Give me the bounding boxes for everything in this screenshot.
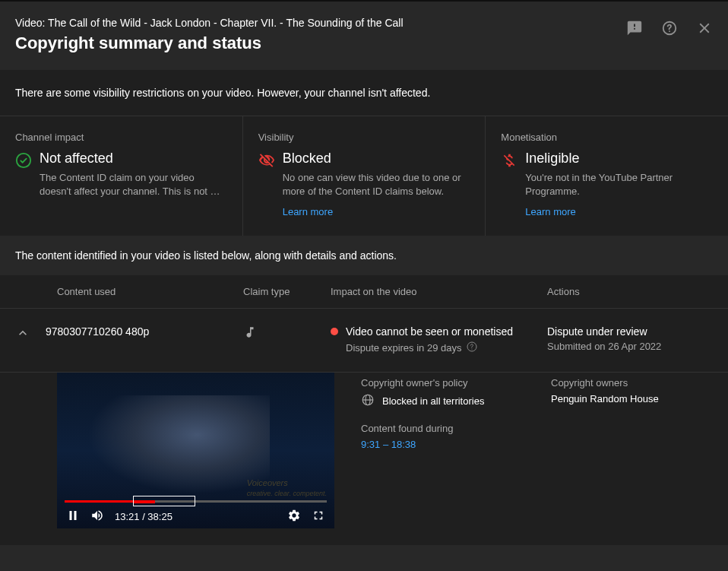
player-time: 13:21 / 38:25 (115, 511, 173, 522)
impact-subtitle: Dispute expires in 29 days (346, 342, 461, 354)
chevron-up-icon (15, 325, 30, 341)
video-progress-bar[interactable] (65, 500, 327, 503)
th-impact: Impact on the video (331, 286, 547, 297)
feedback-icon[interactable] (626, 20, 643, 39)
breadcrumb: Video: The Call of the Wild - Jack Londo… (15, 17, 404, 29)
claims-intro: The content identified in your video is … (0, 236, 728, 275)
status-panels: Channel impact Not affected The Content … (0, 116, 728, 236)
panel-status: Ineligible (525, 151, 707, 167)
collapse-toggle[interactable] (0, 325, 46, 341)
visibility-panel: Visibility Blocked No one can view this … (243, 116, 486, 236)
ineligible-dollar-icon (501, 152, 518, 169)
volume-icon[interactable] (90, 509, 104, 525)
progress-played (65, 500, 133, 503)
svg-point-1 (669, 30, 670, 32)
footer-spacer (0, 545, 728, 571)
claims-table-header: Content used Claim type Impact on the vi… (0, 275, 728, 309)
panel-status: Not affected (40, 151, 222, 167)
panel-desc: No one can view this video due to one or… (283, 171, 465, 198)
info-icon[interactable] (466, 341, 478, 355)
content-timestamp-link[interactable]: 9:31 – 18:38 (361, 439, 551, 450)
help-icon[interactable] (661, 20, 678, 39)
video-thumbnail-art (87, 395, 270, 494)
learn-more-link[interactable]: Learn more (283, 206, 333, 217)
detail-left-column: Copyright owner's policy Blocked in all … (334, 373, 551, 528)
learn-more-link[interactable]: Learn more (525, 206, 575, 217)
page-title: Copyright summary and status (15, 33, 404, 53)
th-actions: Actions (547, 286, 728, 297)
panel-desc: The Content ID claim on your video doesn… (40, 171, 222, 198)
svg-point-4 (472, 349, 473, 350)
fullscreen-icon[interactable] (312, 509, 325, 525)
header-text: Video: The Call of the Wild - Jack Londo… (15, 17, 404, 53)
panel-status: Blocked (283, 151, 465, 167)
close-icon[interactable] (696, 20, 713, 39)
claim-row: 9780307710260 480p Video cannot be seen … (0, 309, 728, 373)
settings-gear-icon[interactable] (287, 509, 301, 525)
th-content: Content used (0, 286, 243, 297)
pause-icon[interactable] (66, 509, 80, 525)
dialog-header: Video: The Call of the Wild - Jack Londo… (0, 2, 728, 70)
channel-impact-panel: Channel impact Not affected The Content … (0, 116, 243, 236)
status-dot-icon (331, 328, 338, 335)
claim-type-cell (243, 325, 331, 341)
policy-label: Copyright owner's policy (361, 377, 551, 389)
player-controls: 13:21 / 38:25 (57, 504, 334, 528)
content-title: 9780307710260 480p (46, 325, 243, 338)
detail-right-column: Copyright owners Penguin Random House (551, 373, 728, 528)
panel-label: Monetisation (501, 132, 713, 143)
panel-label: Channel impact (15, 132, 227, 143)
impact-cell: Video cannot be seen or monetised Disput… (331, 325, 547, 355)
th-claim-type: Claim type (243, 286, 331, 297)
actions-cell: Dispute under review Submitted on 26 Apr… (547, 325, 728, 352)
owners-value: Penguin Random House (551, 393, 659, 404)
restriction-notice: There are some visibility restrictions o… (0, 70, 728, 116)
claim-detail: Voiceovers creative. clear. competent. 1… (0, 373, 728, 545)
globe-icon (361, 393, 375, 409)
policy-value: Blocked in all territories (382, 395, 484, 407)
impact-title: Video cannot be seen or monetised (346, 325, 513, 338)
owners-label: Copyright owners (551, 377, 728, 389)
action-subtitle: Submitted on 26 Apr 2022 (547, 341, 728, 352)
content-used-cell: 9780307710260 480p (46, 325, 243, 338)
svg-point-2 (17, 154, 30, 167)
video-watermark: Voiceovers creative. clear. competent. (247, 478, 327, 498)
header-actions (626, 17, 713, 39)
blocked-eye-icon (258, 152, 275, 169)
panel-label: Visibility (258, 132, 470, 143)
panel-desc: You're not in the YouTube Partner Progra… (525, 171, 707, 198)
music-note-icon (243, 329, 257, 341)
video-preview[interactable]: Voiceovers creative. clear. competent. 1… (57, 373, 334, 528)
monetisation-panel: Monetisation Ineligible You're not in th… (486, 116, 728, 236)
checkmark-icon (15, 152, 32, 169)
found-label: Content found during (361, 423, 551, 434)
action-title: Dispute under review (547, 325, 728, 338)
